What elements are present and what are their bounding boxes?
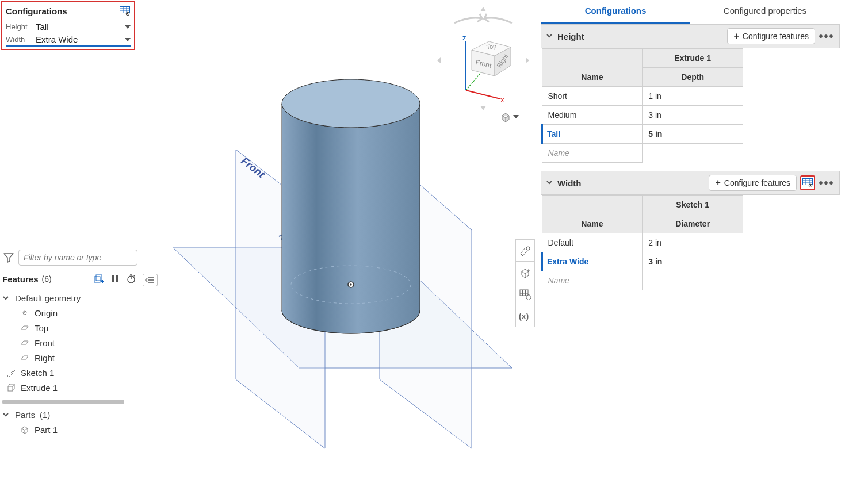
- chevron-down-icon: [2, 293, 10, 303]
- config-row-default[interactable]: Default 2 in: [542, 233, 743, 252]
- config-row-new[interactable]: Name: [542, 144, 743, 163]
- configure-features-button[interactable]: + Configure features: [709, 175, 797, 191]
- configure-features-button[interactable]: + Configure features: [727, 28, 815, 44]
- config-width-label: Width: [6, 35, 36, 44]
- chevron-down-icon[interactable]: [546, 32, 554, 41]
- stopwatch-icon[interactable]: [125, 273, 137, 285]
- appearance-tool-icon[interactable]: [516, 240, 534, 262]
- part-icon: [20, 424, 30, 435]
- config-height-value: Tall: [36, 22, 49, 32]
- svg-text:x: x: [500, 95, 504, 104]
- features-count: (6): [42, 274, 52, 283]
- add-feature-icon[interactable]: [93, 273, 105, 285]
- svg-text:(x): (x): [519, 312, 529, 321]
- config-row-new[interactable]: Name: [542, 271, 743, 290]
- variable-tool-icon[interactable]: (x): [516, 305, 534, 327]
- config-panel-title: Configurations: [6, 6, 67, 16]
- svg-text:z: z: [462, 33, 466, 42]
- chevron-down-icon: [2, 410, 10, 420]
- origin-icon: [20, 308, 30, 318]
- height-config-table: Name Extrude 1 Depth Short 1 in Medium 3…: [541, 48, 743, 163]
- svg-line-36: [466, 90, 500, 99]
- svg-point-6: [127, 13, 128, 14]
- svg-marker-31: [480, 106, 486, 110]
- config-table-icon[interactable]: [119, 6, 131, 16]
- viewport-tool-column: (x): [515, 239, 535, 327]
- config-width-value: Extra Wide: [36, 34, 78, 44]
- svg-marker-33: [526, 57, 529, 63]
- col-value-header: Diameter: [643, 214, 743, 233]
- tab-configured-properties[interactable]: Configured properties: [690, 0, 840, 24]
- svg-rect-12: [116, 275, 118, 282]
- svg-line-38: [466, 71, 482, 90]
- chevron-down-icon: [125, 25, 131, 29]
- extrude-node[interactable]: Extrude 1: [2, 380, 137, 395]
- pause-rollback-icon[interactable]: [109, 273, 121, 285]
- svg-marker-32: [437, 57, 441, 63]
- part-node[interactable]: Part 1: [2, 422, 137, 437]
- config-block-width: Width + Configure features ••• Name Sket…: [541, 171, 840, 290]
- svg-point-61: [810, 185, 811, 186]
- extrude-icon: [6, 382, 16, 393]
- parts-count: (1): [40, 410, 50, 420]
- svg-point-26: [282, 79, 420, 128]
- svg-rect-8: [96, 275, 102, 281]
- sketch-icon: [6, 367, 16, 378]
- width-section-title: Width: [557, 178, 582, 188]
- svg-rect-49: [520, 290, 528, 296]
- col-name-header: Name: [542, 49, 643, 87]
- view-cube[interactable]: z x y Front Right Top: [437, 7, 529, 110]
- tab-configurations[interactable]: Configurations: [541, 0, 690, 24]
- config-block-height: Height + Configure features ••• Name Ext…: [541, 24, 840, 163]
- svg-point-46: [526, 247, 530, 250]
- more-options-button[interactable]: •••: [819, 30, 835, 43]
- svg-line-16: [134, 275, 135, 277]
- config-height-label: Height: [6, 22, 36, 31]
- svg-rect-7: [94, 277, 100, 282]
- chevron-down-icon: [125, 38, 131, 41]
- default-geometry-node[interactable]: Default geometry: [2, 291, 137, 305]
- config-part-tool-icon[interactable]: [516, 283, 534, 305]
- config-row-width[interactable]: Width Extra Wide: [6, 33, 131, 47]
- config-row-height[interactable]: Height Tall: [6, 21, 131, 33]
- col-feature-header: Sketch 1: [643, 195, 743, 214]
- features-header-label: Features: [2, 274, 39, 284]
- right-plane-node[interactable]: Right: [2, 350, 137, 365]
- col-name-header: Name: [542, 195, 643, 233]
- chevron-down-icon[interactable]: [546, 178, 554, 187]
- config-selector-panel: Configurations Height Tall Width Extra W…: [1, 1, 135, 50]
- svg-rect-19: [8, 386, 13, 391]
- sketch-node[interactable]: Sketch 1: [2, 365, 137, 380]
- default-geometry-label: Default geometry: [15, 293, 81, 303]
- config-row-short[interactable]: Short 1 in: [542, 87, 743, 106]
- feature-tree-sidebar: Features (6) Default geometry Origin Top…: [2, 250, 137, 437]
- svg-marker-30: [480, 7, 486, 12]
- svg-text:Top: Top: [486, 43, 497, 51]
- config-row-extra-wide[interactable]: Extra Wide 3 in: [542, 252, 743, 271]
- height-section-title: Height: [557, 32, 584, 41]
- config-row-medium[interactable]: Medium 3 in: [542, 106, 743, 125]
- front-plane-node[interactable]: Front: [2, 335, 137, 350]
- chevron-down-icon: [513, 115, 519, 118]
- svg-point-18: [24, 312, 25, 313]
- more-options-button[interactable]: •••: [819, 177, 835, 190]
- col-value-header: Depth: [643, 68, 743, 87]
- parts-node[interactable]: Parts (1): [2, 408, 137, 422]
- width-config-table: Name Sketch 1 Diameter Default 2 in Extr…: [541, 195, 743, 290]
- feature-filter-input[interactable]: [18, 250, 137, 266]
- rollback-bar[interactable]: [2, 400, 124, 404]
- filter-icon[interactable]: [2, 251, 15, 264]
- parts-label: Parts: [15, 410, 35, 420]
- config-table-icon[interactable]: [800, 175, 815, 190]
- add-part-tool-icon[interactable]: [516, 262, 534, 283]
- config-row-tall[interactable]: Tall 5 in: [542, 125, 743, 144]
- top-plane-node[interactable]: Top: [2, 320, 137, 335]
- plane-icon: [20, 352, 30, 363]
- origin-node[interactable]: Origin: [2, 305, 137, 320]
- configurations-properties-panel: Configurations Configured properties Hei…: [541, 0, 840, 290]
- view-mode-dropdown[interactable]: [500, 112, 519, 122]
- plane-icon: [20, 323, 30, 333]
- plane-icon: [20, 338, 30, 348]
- svg-point-29: [350, 283, 351, 285]
- svg-rect-11: [112, 275, 114, 282]
